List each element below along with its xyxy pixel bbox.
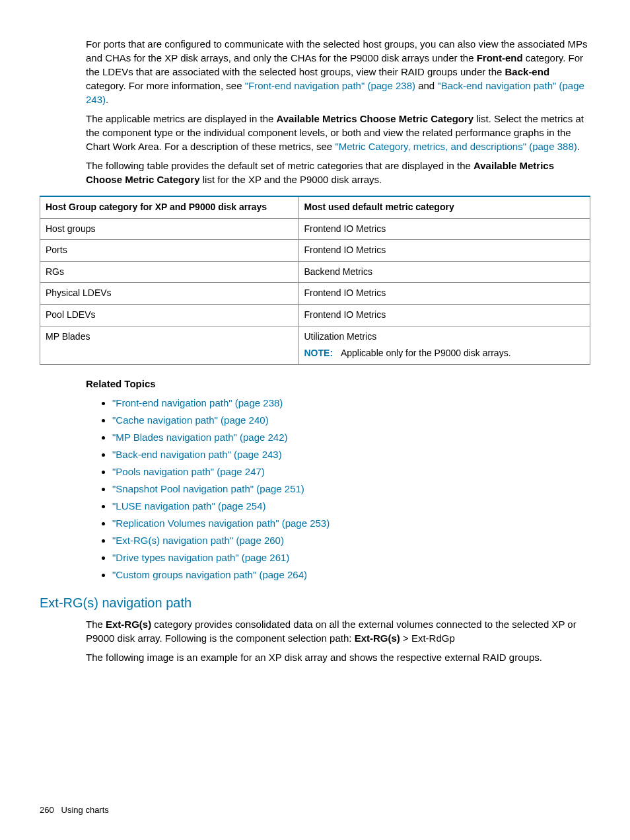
- text: The following table provides the default…: [86, 160, 473, 171]
- link-related[interactable]: "MP Blades navigation path" (page 242): [112, 432, 288, 443]
- table-row: Host groups Frontend IO Metrics: [40, 218, 590, 240]
- link-related[interactable]: "Snapshot Pool navigation path" (page 25…: [112, 483, 304, 494]
- text: > Ext-RdGp: [400, 632, 455, 644]
- link-metric-category[interactable]: "Metric Category, metrics, and descripti…: [335, 141, 577, 152]
- list-item: "MP Blades navigation path" (page 242): [112, 430, 590, 444]
- list-item: "Back-end navigation path" (page 243): [112, 447, 590, 461]
- text: .: [577, 141, 580, 152]
- text: list for the XP and the P9000 disk array…: [200, 174, 382, 185]
- list-item: "Replication Volumes navigation path" (p…: [112, 516, 590, 530]
- text: and: [415, 80, 437, 91]
- page-number: 260: [40, 805, 54, 815]
- cell: Physical LDEVs: [40, 283, 299, 305]
- paragraph-3: The following table provides the default…: [86, 159, 590, 186]
- table-header-col2: Most used default metric category: [298, 196, 590, 218]
- list-item: "Drive types navigation path" (page 261): [112, 551, 590, 564]
- cell: Host groups: [40, 218, 299, 240]
- text: The: [86, 619, 106, 630]
- related-topics-list: "Front-end navigation path" (page 238) "…: [86, 396, 590, 582]
- table-row: MP Blades Utilization Metrics NOTE: Appl…: [40, 326, 590, 364]
- link-related[interactable]: "Drive types navigation path" (page 261): [112, 552, 289, 563]
- footer-label: Using charts: [61, 805, 109, 815]
- related-topics-heading: Related Topics: [86, 377, 590, 391]
- table-header-col1: Host Group category for XP and P9000 dis…: [40, 196, 299, 218]
- cell: Frontend IO Metrics: [298, 218, 590, 240]
- table-row: Ports Frontend IO Metrics: [40, 240, 590, 262]
- cell: RGs: [40, 261, 299, 283]
- list-item: "Cache navigation path" (page 240): [112, 413, 590, 427]
- paragraph-1: For ports that are configured to communi…: [86, 37, 590, 106]
- bold-extrg: Ext-RG(s): [106, 619, 151, 630]
- section-paragraph-2: The following image is an example for an…: [86, 650, 590, 664]
- paragraph-2: The applicable metrics are displayed in …: [86, 112, 590, 153]
- list-item: "Ext-RG(s) navigation path" (page 260): [112, 533, 590, 547]
- list-item: "Pools navigation path" (page 247): [112, 465, 590, 478]
- link-related[interactable]: "Back-end navigation path" (page 243): [112, 449, 282, 460]
- table-row: Physical LDEVs Frontend IO Metrics: [40, 283, 590, 305]
- table-row: RGs Backend Metrics: [40, 261, 590, 283]
- text: category provides consolidated data on a…: [86, 619, 577, 644]
- table-row: Pool LDEVs Frontend IO Metrics: [40, 304, 590, 326]
- note-text: Applicable only for the P9000 disk array…: [341, 348, 511, 358]
- cell: Frontend IO Metrics: [298, 283, 590, 305]
- cell: Ports: [40, 240, 299, 262]
- link-related[interactable]: "Custom groups navigation path" (page 26…: [112, 569, 307, 580]
- bold-available-metrics: Available Metrics Choose Metric Category: [277, 113, 474, 124]
- cell: MP Blades: [40, 326, 299, 364]
- link-related[interactable]: "LUSE navigation path" (page 254): [112, 500, 265, 512]
- list-item: "Custom groups navigation path" (page 26…: [112, 568, 590, 582]
- list-item: "LUSE navigation path" (page 254): [112, 499, 590, 513]
- text: The applicable metrics are displayed in …: [86, 113, 277, 124]
- link-related[interactable]: "Pools navigation path" (page 247): [112, 466, 265, 477]
- link-related[interactable]: "Replication Volumes navigation path" (p…: [112, 517, 330, 529]
- section-paragraph-1: The Ext-RG(s) category provides consolid…: [86, 617, 590, 645]
- metrics-table: Host Group category for XP and P9000 dis…: [40, 196, 590, 365]
- text: category. For more information, see: [86, 80, 245, 91]
- cell-line: Utilization Metrics: [304, 330, 585, 344]
- bold-backend: Back-end: [505, 66, 550, 77]
- link-related[interactable]: "Ext-RG(s) navigation path" (page 260): [112, 535, 284, 546]
- cell: Backend Metrics: [298, 261, 590, 283]
- section-heading-extrg: Ext-RG(s) navigation path: [40, 593, 590, 612]
- cell: Frontend IO Metrics: [298, 240, 590, 262]
- bold-frontend: Front-end: [477, 52, 523, 63]
- link-related[interactable]: "Cache navigation path" (page 240): [112, 414, 269, 426]
- list-item: "Front-end navigation path" (page 238): [112, 396, 590, 410]
- cell: Pool LDEVs: [40, 304, 299, 326]
- link-frontend-nav[interactable]: "Front-end navigation path" (page 238): [245, 80, 415, 91]
- cell: Utilization Metrics NOTE: Applicable onl…: [298, 326, 590, 364]
- text: The following image is an example for an…: [86, 650, 590, 664]
- text: .: [106, 94, 108, 105]
- link-related[interactable]: "Front-end navigation path" (page 238): [112, 397, 283, 408]
- cell: Frontend IO Metrics: [298, 304, 590, 326]
- page-footer: 260 Using charts: [40, 804, 109, 816]
- note-label: NOTE:: [304, 348, 333, 358]
- list-item: "Snapshot Pool navigation path" (page 25…: [112, 482, 590, 496]
- bold-extrg-path: Ext-RG(s): [355, 632, 400, 644]
